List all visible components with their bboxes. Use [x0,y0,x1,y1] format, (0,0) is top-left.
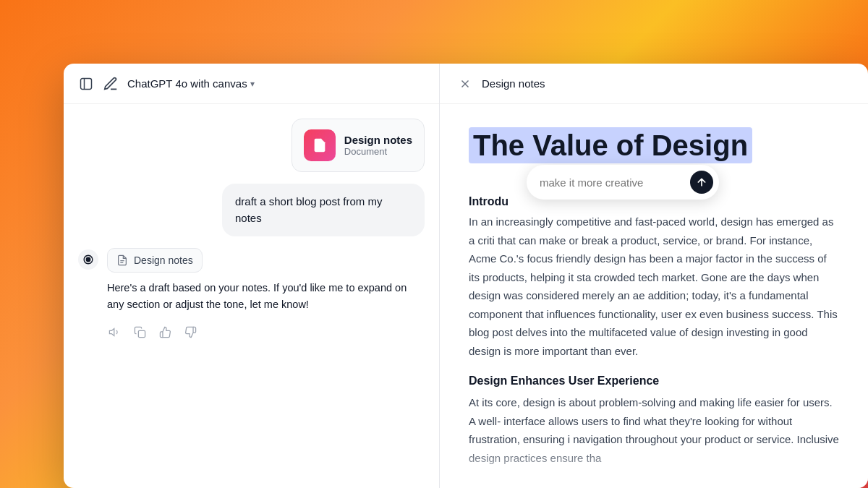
model-name: ChatGPT 4o with canvas [127,77,247,90]
model-selector[interactable]: ChatGPT 4o with canvas ▾ [127,77,255,90]
inline-edit-popup [527,165,719,200]
doc-icon [304,129,336,161]
user-message-bubble: draft a short blog post from my notes [222,184,425,236]
chat-messages: Design notes Document draft a short blog… [64,104,439,488]
design-notes-ref-label: Design notes [134,254,193,266]
article-title[interactable]: The Value of Design [469,127,752,163]
new-chat-icon[interactable] [103,76,119,92]
document-attachment-card[interactable]: Design notes Document [292,119,425,172]
copy-button[interactable] [132,325,148,340]
inline-edit-input[interactable] [540,176,684,189]
doc-name: Design notes [344,134,412,146]
chat-header: ChatGPT 4o with canvas ▾ [64,64,439,104]
doc-info: Design notes Document [344,134,412,157]
ai-action-buttons [107,325,425,340]
ai-response-text: Here's a draft based on your notes. If y… [107,280,425,313]
user-message-text: draft a short blog post from my notes [235,195,382,224]
chat-panel: ChatGPT 4o with canvas ▾ Design notes [64,64,440,488]
intro-text: In an increasingly competitive and fast-… [469,213,839,360]
section1-title: Design Enhances User Experience [469,374,839,388]
chevron-down-icon: ▾ [250,79,255,89]
canvas-close-button[interactable] [457,76,473,92]
thumbs-up-button[interactable] [158,325,173,340]
canvas-header: Design notes [440,64,868,104]
svg-rect-0 [81,78,92,89]
speak-button[interactable] [107,325,122,340]
design-notes-reference[interactable]: Design notes [107,248,203,273]
doc-type: Document [344,146,412,157]
svg-point-5 [87,258,89,260]
svg-marker-8 [109,329,114,336]
sidebar-toggle-icon[interactable] [78,76,94,92]
thumbs-down-button[interactable] [183,325,198,340]
canvas-title: Design notes [482,77,545,90]
ai-content: Design notes Here's a draft based on you… [107,248,425,340]
section1-text: At its core, design is about problem-sol… [469,393,839,467]
canvas-panel: Design notes The Value of Design Introdu… [440,64,868,488]
svg-rect-9 [138,331,145,338]
ai-response: Design notes Here's a draft based on you… [78,248,425,340]
ai-avatar-icon [78,249,98,270]
inline-edit-send-button[interactable] [690,171,713,194]
app-container: ChatGPT 4o with canvas ▾ Design notes [64,64,868,488]
canvas-content: The Value of Design Introduction In an i… [440,104,868,488]
